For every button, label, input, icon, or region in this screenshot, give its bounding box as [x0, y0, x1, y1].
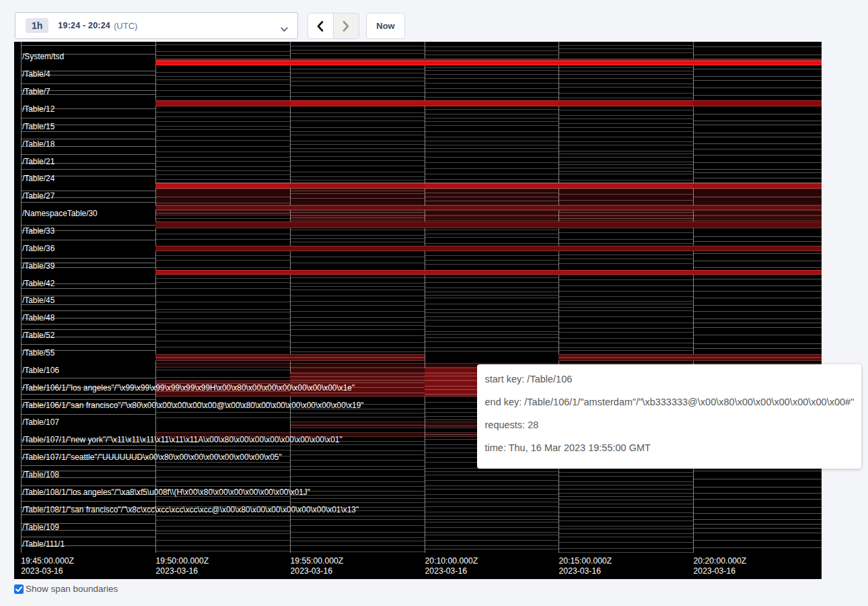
time-nav-group: [308, 13, 359, 39]
svg-text:/Table/107/1/"seattle"/"UUUUUU: /Table/107/1/"seattle"/"UUUUUUD\x00\x80\…: [22, 452, 282, 462]
svg-text:2023-03-16: 2023-03-16: [21, 566, 63, 576]
chevron-down-icon: [281, 23, 288, 35]
chevron-right-icon: [342, 21, 349, 32]
svg-text:/Table/107/1/"new york"/"\x11\: /Table/107/1/"new york"/"\x11\x11\x11\x1…: [22, 435, 342, 444]
show-span-boundaries-label: Show span boundaries: [26, 584, 118, 594]
range-duration-badge: 1h: [26, 18, 48, 33]
svg-text:19:55:00.000Z: 19:55:00.000Z: [291, 556, 344, 566]
svg-text:/Table/108: /Table/108: [22, 470, 59, 479]
svg-text:2023-03-16: 2023-03-16: [559, 566, 602, 576]
svg-text:19:45:00.000Z: 19:45:00.000Z: [21, 556, 74, 566]
svg-text:/Table/106: /Table/106: [22, 365, 59, 374]
svg-text:2023-03-16: 2023-03-16: [291, 566, 333, 576]
svg-text:2023-03-16: 2023-03-16: [425, 566, 468, 576]
svg-text:/Table/15: /Table/15: [22, 121, 55, 131]
tooltip-start-key: start key: /Table/106: [485, 368, 854, 391]
range-text: 19:24 - 20:24: [58, 21, 110, 30]
svg-text:/Table/109: /Table/109: [22, 522, 59, 531]
svg-text:/Table/106/1/"san francisco"/": /Table/106/1/"san francisco"/"\x80\x00\x…: [22, 400, 364, 409]
tooltip-requests: requests: 28: [485, 413, 854, 436]
svg-text:/Table/4: /Table/4: [22, 69, 50, 79]
svg-text:2023-03-16: 2023-03-16: [156, 566, 198, 576]
svg-text:/Table/106/1/"los angeles"/"\x: /Table/106/1/"los angeles"/"\x99\x99\x99…: [22, 382, 355, 392]
next-time-button[interactable]: [334, 13, 359, 38]
svg-text:20:20:00.000Z: 20:20:00.000Z: [694, 556, 747, 566]
svg-text:/Table/107: /Table/107: [22, 417, 59, 427]
svg-text:20:15:00.000Z: 20:15:00.000Z: [559, 556, 612, 566]
svg-text:/Table/42: /Table/42: [22, 278, 55, 288]
checkmark-icon: [15, 585, 23, 593]
now-button[interactable]: Now: [366, 13, 405, 39]
span-tooltip: start key: /Table/106 end key: /Table/10…: [477, 364, 861, 469]
svg-text:/Table/52: /Table/52: [22, 331, 55, 340]
span-boundaries-row: Show span boundaries: [14, 584, 118, 594]
key-visualizer-heatmap[interactable]: /System/tsd/Table/4/Table/7/Table/12/Tab…: [14, 42, 822, 579]
svg-text:/Table/48: /Table/48: [22, 313, 55, 323]
svg-text:/Table/108/1/"san francisco"/": /Table/108/1/"san francisco"/"\x8c\xcc\x…: [22, 504, 359, 514]
svg-text:/Table/108/1/"los angeles"/"\x: /Table/108/1/"los angeles"/"\xa8\xf5\u00…: [22, 487, 310, 496]
now-button-label: Now: [376, 21, 394, 31]
svg-text:/Table/27: /Table/27: [22, 191, 55, 201]
svg-text:20:10:00.000Z: 20:10:00.000Z: [425, 556, 478, 566]
show-span-boundaries-checkbox[interactable]: [14, 584, 24, 594]
svg-text:/NamespaceTable/30: /NamespaceTable/30: [22, 209, 98, 218]
svg-text:/Table/21: /Table/21: [22, 156, 55, 166]
chevron-left-icon: [317, 21, 324, 32]
svg-text:2023-03-16: 2023-03-16: [694, 566, 736, 576]
svg-text:/Table/18: /Table/18: [22, 139, 55, 148]
svg-text:/Table/55: /Table/55: [22, 348, 55, 358]
svg-text:/Table/24: /Table/24: [22, 174, 55, 183]
tooltip-end-key: end key: /Table/106/1/"amsterdam"/"\xb33…: [485, 391, 854, 413]
svg-text:/Table/45: /Table/45: [22, 296, 55, 305]
tooltip-time: time: Thu, 16 Mar 2023 19:55:00 GMT: [485, 436, 854, 459]
svg-text:/Table/7: /Table/7: [22, 87, 50, 96]
range-timezone: (UTC): [114, 21, 137, 31]
svg-text:/Table/36: /Table/36: [22, 243, 55, 252]
time-range-selector[interactable]: 1h 19:24 - 20:24 (UTC): [15, 12, 298, 39]
svg-text:/System/tsd: /System/tsd: [22, 52, 64, 61]
svg-text:/Table/111/1: /Table/111/1: [22, 539, 65, 549]
svg-text:19:50:00.000Z: 19:50:00.000Z: [156, 556, 209, 566]
svg-text:/Table/39: /Table/39: [22, 261, 55, 270]
svg-text:/Table/12: /Table/12: [22, 104, 55, 114]
svg-text:/Table/33: /Table/33: [22, 226, 55, 236]
previous-time-button[interactable]: [308, 13, 334, 38]
